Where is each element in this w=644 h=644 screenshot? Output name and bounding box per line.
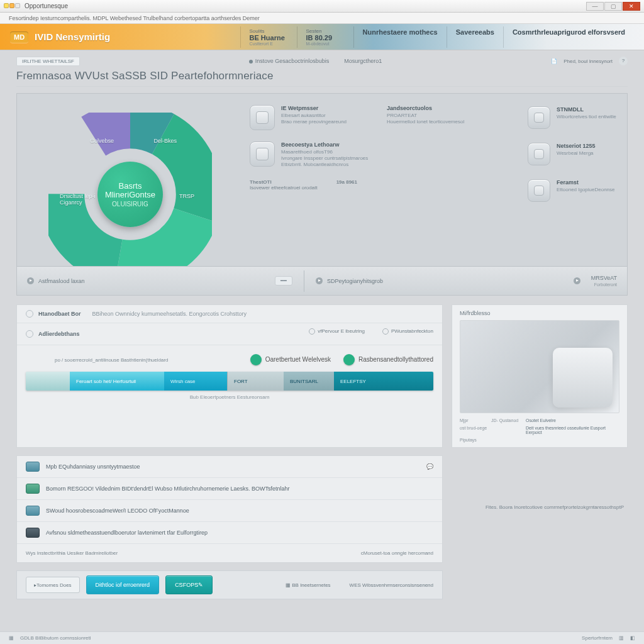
slice-label: Del-Bkes [153,138,177,144]
map-icon [528,143,550,165]
preview-image[interactable] [460,320,619,413]
footer-pill: ━━ [275,276,292,286]
feature-card[interactable]: JandseorctuolosPROARTEAT Houermellod lon… [387,105,514,130]
help-label[interactable]: Phed, boul Innesynort [564,58,613,64]
list-footer: Wys Instectbrithia Uesiker Badmirellotbe… [17,544,442,562]
maximize-button[interactable]: ▢ [604,2,622,11]
play-icon[interactable] [574,277,580,284]
panel-footer: Astfmaslood laxan ━━ SDPeytogianyhitsgro… [17,266,627,295]
header-metric[interactable]: SestenIB 80.29M-obdeovut [297,26,353,48]
status-pill[interactable]: Oaretbertuet Welelvesk [250,354,331,365]
slice-label: TRSP [179,193,194,199]
window-caption: Opportunesque [25,3,68,9]
menubar-text: Fesortindep Iesturncomparthelis. MDPL We… [9,15,260,21]
legend-item: ThestOTIIsovewer etheefcatroei orodatt [250,179,318,191]
device-icon [528,106,550,129]
action-bar: ▸ Tomomes Does Dithtloc iof erroenrerd C… [16,570,443,599]
donut-chart: Basrts MlineriGontse OLUISIRUIG Golvebse… [17,94,243,295]
help-icon[interactable]: ? [619,57,628,65]
header-metric[interactable]: SoulitsBE HuarneCustterort E [240,26,297,48]
feature-cards: IE WetpmsserElbesart aukasntitor Brao me… [243,94,520,295]
radio-option[interactable]: PWunstabnfeckton [382,328,433,335]
status-pill[interactable]: Rasbensanedtollythattored [343,354,433,365]
preview-title: Mi/frdblesso [460,310,619,316]
view-tabs: Instove Gesacboctrinlosbubis Mosurgcther… [245,57,386,65]
close-button[interactable]: ✕ [623,2,640,11]
page-title: Fremnasoa WVUst SaSSB SID Peartefohormne… [16,70,628,82]
preview-panel: Mi/frdblesso MjprJD- QustanodOsotet Eulv… [452,304,628,448]
list-item[interactable]: Bomorn RESGOO! Vildednim BIDt'dendrEl Wu… [17,478,442,500]
side-card[interactable]: FeramstEttooned IgopiueDeonnse [528,179,619,202]
slice-label: Drsicltust lep-i Ciganrcy [60,193,96,206]
progress-segments[interactable]: Feroart sob het/ Herfosrtuil Wirsh case … [26,372,433,391]
action-link[interactable]: ▦ BB Ineetsernetes [286,582,331,588]
preview-meta: MjprJD- QustanodOsotet Eulvelre ost brud… [460,418,619,442]
list-item[interactable]: SWoud hoosrobescoadmeWer/I LEODO OfFyoct… [17,500,442,522]
header-metric[interactable]: Nunrhestaere mothecs [353,26,447,48]
product-name: IVID Nensymirtig [35,31,110,42]
window-controls: — ▢ ✕ [586,2,640,11]
seg[interactable]: BUNITSARL [284,372,334,391]
feature-card[interactable]: Beecoestya LethoarwMasaretthoed olfosT96… [250,142,514,168]
side-card[interactable]: Netseriot 1255Wesrbeal Merga [528,143,619,165]
radio-option[interactable]: vfPervour E lbeutring [309,328,365,335]
seg[interactable]: FORT [227,372,284,391]
donut-center: Basrts MlineriGontse OLUISIRUIG [97,162,163,227]
primary-button[interactable]: Dithtloc iof erroenrerd [86,575,160,594]
feature-card[interactable]: IE WetpmsserElbesart aukasntitor Brao me… [250,105,377,130]
seg[interactable]: EELEFTSY [334,372,433,391]
brand-bar: MD IVID Nensymirtig SoulitsBE HuarneCust… [0,24,644,50]
status-right: Spertorfrntem [582,635,613,641]
globe-icon [250,142,275,167]
list-item[interactable]: Avfsnou sldmetheasstuendlboerutor lavten… [17,522,442,544]
legend-item: 19a 8961 [336,179,357,191]
status-bar: ▦GDLB BIBlbutom comnssionretl Spertorfrn… [0,631,644,644]
seg[interactable] [26,372,70,391]
tab[interactable]: Mosurgcthero1 [340,57,386,65]
play-icon[interactable] [27,277,34,284]
footer-left-label: Astfmaslood laxan [38,278,85,284]
menubar: Fesortindep Iesturncomparthelis. MDPL We… [0,13,644,24]
overview-panel: Basrts MlineriGontse OLUISIRUIG Golvebse… [16,93,628,296]
footer-center-label: SDPeytogianyhitsgrob [327,278,383,284]
side-legend: STNMDLLWibortcretves tiod entiwille Nets… [520,94,627,295]
header-metrics: SoulitsBE HuarneCustterort E SestenIB 80… [240,26,634,48]
segment-note: Bub Eleoertpoetners Eestureonsam [26,394,433,400]
stack-icon [250,105,275,130]
secondary-button[interactable]: CSFOPS ✎ [165,575,213,594]
header-metric[interactable]: Cosmrthrleuaprigurod elforsvserd [503,26,634,48]
section-row[interactable]: Htanodbaet BorBBiheon Ownnidcy kumumeehs… [17,305,442,323]
chat-icon[interactable]: 💬 [426,464,433,470]
action-link[interactable]: WES Wibssvenhrmserconsisnsenend [350,582,433,588]
tab[interactable]: Instove Gesacboctrinlosbubis [245,57,333,65]
play-icon[interactable] [316,277,323,284]
side-note: Fites. Boora Inoretcotiove comrmefprorte… [452,448,628,599]
list-item[interactable]: Mpb EQuhdanniasy unsntyytmaestoe💬 [17,456,442,478]
configuration-section: Htanodbaet BorBBiheon Ownnidcy kumumeehs… [16,304,443,448]
ghost-button[interactable]: ▸ Tomomes Does [26,577,80,593]
activity-list: Mpb EQuhdanniasy unsntyytmaestoe💬 Bomorn… [16,455,443,563]
seg[interactable]: Wirsh case [164,372,227,391]
header-metric[interactable]: Savereeabs [447,26,503,48]
seg[interactable]: Feroart sob het/ Herfosrtuil [70,372,164,391]
breadcrumb[interactable]: IRLITHE WHETTAILSF [16,57,80,66]
side-card[interactable]: STNMDLLWibortcretves tiod entiwille [528,106,619,129]
help-area: 📄Phed, boul Innesynort ? [551,57,628,65]
status-left: GDLB BIBlbutom comnssionretl [20,635,91,641]
divider [16,86,628,87]
status-row: po / sooerrecrold_antilinouse Basthtleni… [26,354,433,365]
slice-label: Golvebse [90,138,114,144]
brand-logo: MD [10,31,28,43]
window-titlebar: Opportunesque — ▢ ✕ [0,0,644,13]
minimize-button[interactable]: — [586,2,604,11]
section-row[interactable]: Adlierdebthans vfPervour E lbeutring PWu… [17,323,442,345]
cube-icon [528,179,550,202]
window-traffic-lights [4,3,21,9]
